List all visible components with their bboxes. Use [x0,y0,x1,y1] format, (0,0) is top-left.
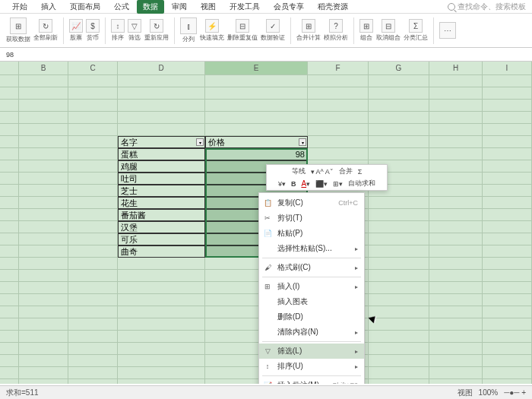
menu-label: 剪切(T) [277,213,302,223]
ribbon-textcol[interactable]: ⫿ [180,17,197,34]
mt-fontsize[interactable]: ▾ A^ A˅ [309,168,335,176]
mt-border[interactable]: ⊞▾ [331,180,344,188]
table-cell[interactable]: 花生 [118,197,205,209]
col-header-D[interactable]: D [118,62,205,75]
menu-icon: 📋 [263,198,272,207]
col-header-H[interactable]: H [429,62,483,75]
mt-merge[interactable]: 合并 [337,166,354,176]
menu-icon: 📝 [263,381,272,384]
ribbon-reapply[interactable]: ↻ [150,19,163,33]
tab-insert[interactable]: 插入 [35,0,62,14]
col-header-F[interactable]: F [308,62,369,75]
ribbon-consolidate[interactable]: ⊞ [302,19,315,33]
tab-formula[interactable]: 公式 [108,0,135,14]
name-box[interactable]: 98 [6,51,36,59]
zoom-slider[interactable]: ─●─ + [504,388,526,397]
table-cell[interactable]: 98 [205,148,308,160]
worksheet: BCDEFGHI 名字▾价格▾蛋糕98鸡腿吐司88芝士花生番茄酱汉堡可乐曲奇 等… [0,62,532,384]
submenu-arrow-icon: ▸ [355,283,358,290]
menu-icon: 🖌 [263,263,272,272]
menu-label: 插入(I) [277,281,299,292]
menu-item[interactable]: ✂剪切(T) [259,211,364,226]
mt-numfmt[interactable]: ¥▾ [277,180,287,188]
mt-fontcolor[interactable]: A▾ [299,179,312,188]
status-sum: 求和=511 [6,388,39,398]
table-header[interactable]: 价格▾ [205,136,308,148]
menu-item[interactable]: 清除内容(N)▸ [259,325,364,340]
ribbon-currency[interactable]: $ [86,19,100,33]
tab-data[interactable]: 数据 [137,0,164,14]
status-views[interactable]: 视图 [458,388,473,398]
table-cell[interactable]: 蛋糕 [118,148,205,160]
mt-fill[interactable]: ⬛▾ [314,180,329,188]
mt-sum[interactable]: Σ [356,168,364,176]
mt-font[interactable]: 等线 [290,166,307,176]
menu-label: 筛选(L) [277,346,302,356]
tab-review[interactable]: 审阅 [166,0,193,14]
submenu-arrow-icon: ▸ [355,245,358,252]
ribbon-sort[interactable]: ↕ [111,19,125,33]
table-cell[interactable]: 芝士 [118,185,205,197]
menu-label: 删除(D) [277,312,303,322]
menu-item[interactable]: ▽筛选(L)▸ [259,344,364,359]
menu-item[interactable]: ↕排序(U)▸ [259,359,364,374]
table-cell[interactable]: 汉堡 [118,221,205,233]
tab-member[interactable]: 会员专享 [268,0,310,14]
table-cell[interactable]: 番茄酱 [118,209,205,221]
tab-dev[interactable]: 开发工具 [223,0,266,14]
col-header-C[interactable]: C [68,62,118,75]
table-header[interactable]: 名字▾ [118,136,205,148]
status-zoom[interactable]: 100% [479,388,499,397]
menu-item[interactable]: 🖌格式刷(C)▸ [259,260,364,275]
submenu-arrow-icon: ▸ [355,363,358,370]
ribbon-ungroup[interactable]: ⊟ [382,19,395,33]
ribbon-whatif[interactable]: ? [329,19,343,33]
menu-icon [263,297,272,306]
ribbon-refresh[interactable]: ↻ [39,19,52,33]
ribbon-flashfill[interactable]: ⚡ [205,19,219,33]
mt-autosum[interactable]: 自动求和 [347,179,377,188]
menu-item[interactable]: 插入图表 [259,294,364,309]
ribbon-getdata[interactable]: ⊞ [10,17,27,34]
tab-view[interactable]: 视图 [195,0,222,14]
submenu-arrow-icon: ▸ [355,329,358,336]
ribbon-dedup[interactable]: ⊟ [236,19,249,33]
menu-item[interactable]: 📄粘贴(P) [259,226,364,241]
ribbon-more[interactable]: ⋯ [439,22,456,39]
tab-resource[interactable]: 稻壳资源 [312,0,354,14]
menu-item[interactable]: ⊞插入(I)▸ [259,279,364,294]
menu-icon: ⊞ [263,282,272,291]
ribbon-filter[interactable]: ▽ [128,19,141,33]
status-bar: 求和=511 视图 100% ─●─ + [0,385,532,399]
tab-start[interactable]: 开始 [6,0,33,14]
ribbon-subtotal[interactable]: Σ [409,19,423,33]
col-header-I[interactable]: I [483,62,532,75]
table-cell[interactable]: 曲奇 [118,245,205,258]
menu-icon [263,312,272,321]
table-cell[interactable]: 吐司 [118,173,205,185]
col-header-B[interactable]: B [19,62,68,75]
table-cell[interactable]: 鸡腿 [118,160,205,173]
menu-item[interactable]: 📋复制(C)Ctrl+C [259,195,364,211]
col-header-E[interactable]: E [205,62,308,75]
menu-icon: 📄 [263,229,272,238]
mt-bold[interactable]: B [290,180,298,188]
menu-item[interactable]: 选择性粘贴(S)...▸ [259,241,364,256]
ribbon-validate[interactable]: ✓ [266,19,280,33]
menu-tabs: 开始 插入 页面布局 公式 数据 审阅 视图 开发工具 会员专享 稻壳资源 查找… [0,0,532,14]
menu-icon: ✂ [263,214,272,223]
ribbon-stocks[interactable]: 📈 [69,19,83,33]
menu-item[interactable]: 删除(D) [259,309,364,325]
tab-layout[interactable]: 页面布局 [64,0,106,14]
col-header-G[interactable]: G [369,62,429,75]
filter-dropdown-icon[interactable]: ▾ [299,138,306,146]
table-cell[interactable]: 可乐 [118,233,205,245]
menu-icon [263,328,272,337]
menu-icon [263,244,272,253]
filter-dropdown-icon[interactable]: ▾ [196,138,204,146]
menu-label: 排序(U) [277,361,303,372]
search-box[interactable]: 查找命令、搜索模板 [448,2,526,12]
ribbon-group[interactable]: ⊞ [359,19,373,33]
menu-item[interactable]: 📝插入批注(M)Shift+F2 [259,378,364,384]
col-header-[interactable] [0,62,19,75]
